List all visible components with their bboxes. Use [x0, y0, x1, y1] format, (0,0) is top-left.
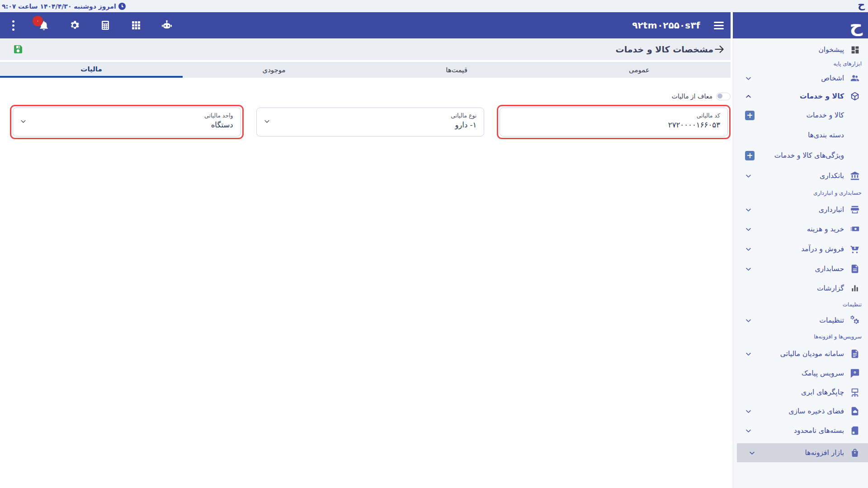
save-button[interactable]: [13, 44, 24, 55]
app-bar: ۹۲tm۰۲۵۵۰s۳f ۰: [0, 12, 868, 38]
people-icon: [850, 73, 860, 83]
chevron-down-icon[interactable]: [745, 427, 752, 434]
chevron-down-icon[interactable]: [745, 226, 752, 233]
tax-type-wrap: نوع مالیاتی ۱- دارو: [254, 105, 487, 139]
app-bar-divider: [731, 12, 733, 38]
today-datetime-text: امروز دوشنبه ۱۴۰۴/۴/۳۰ ساعت ۹:۰۷: [2, 3, 116, 10]
sidebar-subitem-categories[interactable]: دسته بندی‌ها: [733, 125, 868, 145]
chevron-down-icon[interactable]: [745, 351, 752, 357]
settings-gear-icon[interactable]: [68, 18, 81, 33]
main-area: مشخصات کالا و خدمات عمومی قیمت‌ها موجودی…: [0, 38, 731, 488]
tax-exempt-toggle[interactable]: [716, 93, 731, 100]
tax-code-label: کد مالیاتی: [507, 112, 720, 119]
shopping-bag-icon: [850, 448, 860, 458]
sidebar-item-purchases-expenses[interactable]: خرید و هزینه: [733, 219, 868, 239]
sidebar-section-basic-tools: ابزارهای پایه: [733, 58, 868, 69]
chevron-down-icon[interactable]: [745, 75, 752, 82]
tab-bar: عمومی قیمت‌ها موجودی مالیات: [0, 62, 731, 78]
cloud-printer-icon: [850, 387, 860, 397]
tax-unit-value: دستگاه: [33, 121, 233, 129]
tax-exempt-label: معاف از مالیات: [672, 93, 712, 100]
sidebar-item-storage-space[interactable]: فضای ذخیره سازی: [733, 402, 868, 421]
tax-unit-label: واحد مالیاتی: [33, 112, 233, 119]
chevron-down-icon[interactable]: [745, 317, 752, 324]
storage-file-icon: [850, 406, 860, 416]
chevron-up-icon[interactable]: [745, 93, 752, 100]
package-icon: [850, 426, 860, 436]
highlight-ring-tax-unit: واحد مالیاتی دستگاه: [10, 105, 244, 139]
device-id-text: ۹۲tm۰۲۵۵۰s۳f: [632, 20, 700, 31]
tax-exempt-row: معاف از مالیات: [14, 91, 731, 101]
today-datetime: امروز دوشنبه ۱۴۰۴/۴/۳۰ ساعت ۹:۰۷: [2, 0, 126, 12]
hamburger-menu-icon[interactable]: [714, 22, 724, 29]
chevron-down-icon[interactable]: [745, 408, 752, 415]
sidebar-section-accounting-inventory: حسابداری و انبارداری: [733, 186, 868, 200]
tab-tax[interactable]: مالیات: [0, 62, 183, 78]
ledger-icon: [850, 264, 860, 274]
chevron-down-icon: [264, 118, 270, 127]
sidebar-item-goods-services[interactable]: کالا و خدمات: [733, 87, 868, 105]
sidebar-item-reports[interactable]: گزارشات: [733, 279, 868, 298]
support-bot-icon[interactable]: [160, 18, 174, 33]
tab-prices[interactable]: قیمت‌ها: [365, 62, 548, 78]
chevron-down-icon[interactable]: [745, 246, 752, 253]
tax-type-select[interactable]: نوع مالیاتی ۱- دارو: [256, 108, 485, 136]
gears-icon: [850, 315, 860, 325]
chevron-down-icon[interactable]: [745, 266, 752, 272]
clock-icon: [118, 3, 126, 10]
document-icon: [850, 349, 860, 359]
back-arrow-icon[interactable]: [713, 43, 725, 55]
tax-code-value: ۲۷۲۰۰۰۰۱۶۶۰۵۳: [507, 121, 720, 129]
sidebar-item-accounting[interactable]: حسابداری: [733, 259, 868, 279]
calculator-icon[interactable]: [99, 18, 112, 33]
highlight-ring-tax-code: کد مالیاتی ۲۷۲۰۰۰۰۱۶۶۰۵۳: [497, 105, 731, 139]
cube-icon: [850, 91, 860, 101]
sidebar-item-tax-payer-system[interactable]: سامانه مودیان مالیاتی: [733, 344, 868, 364]
brand-logo: ح: [849, 12, 863, 38]
apps-grid-icon[interactable]: [129, 18, 143, 33]
sidebar-section-services-addons: سرویس‌ها و افزونه‌ها: [733, 329, 868, 344]
sidebar: پیشخوان ابزارهای پایه اشخاص کالا و خدمات…: [733, 38, 868, 488]
tab-inventory[interactable]: موجودی: [183, 62, 365, 78]
app-bar-icons: ۰: [6, 12, 174, 38]
tax-unit-select[interactable]: واحد مالیاتی دستگاه: [13, 108, 241, 136]
cart-icon: [850, 244, 860, 254]
chevron-down-icon[interactable]: [749, 450, 755, 456]
tax-code-input[interactable]: کد مالیاتی ۲۷۲۰۰۰۰۱۶۶۰۵۳: [500, 108, 728, 136]
chevron-down-icon[interactable]: [745, 173, 752, 179]
sidebar-item-sms-service[interactable]: سرویس پیامک: [733, 364, 868, 383]
sidebar-item-unlimited-packages[interactable]: بسته‌های نامحدود: [733, 421, 868, 441]
sidebar-item-dashboard[interactable]: پیشخوان: [733, 41, 868, 58]
bar-chart-icon: [850, 283, 860, 293]
cash-icon: [850, 224, 860, 234]
sidebar-item-persons[interactable]: اشخاص: [733, 69, 868, 87]
kebab-menu-icon[interactable]: [6, 18, 20, 33]
tax-type-label: نوع مالیاتی: [277, 112, 477, 119]
tax-type-value: ۱- دارو: [277, 121, 477, 129]
tab-general[interactable]: عمومی: [548, 62, 731, 78]
add-attribute-button[interactable]: [745, 151, 755, 160]
dashboard-icon: [850, 45, 860, 55]
sidebar-item-sales-income[interactable]: فروش و درآمد: [733, 239, 868, 259]
page-header: مشخصات کالا و خدمات: [0, 38, 731, 60]
sms-icon: [850, 368, 860, 378]
page-title: مشخصات کالا و خدمات: [616, 44, 713, 54]
brand-logo-small: ح: [858, 0, 865, 10]
chevron-down-icon[interactable]: [745, 206, 752, 213]
tax-tab-content: معاف از مالیات کد مالیاتی ۲۷۲۰۰۰۰۱۶۶۰۵۳ …: [0, 78, 731, 139]
notifications-bell-icon[interactable]: ۰: [37, 18, 51, 33]
sidebar-subitem-goods-services[interactable]: کالا و خدمات: [733, 105, 868, 125]
tax-fields-row: کد مالیاتی ۲۷۲۰۰۰۰۱۶۶۰۵۳ نوع مالیاتی ۱- …: [10, 105, 731, 139]
bank-icon: [850, 171, 860, 181]
add-goods-button[interactable]: [745, 111, 755, 120]
sidebar-item-cloud-printers[interactable]: چاپگرهای ابری: [733, 383, 868, 402]
sidebar-item-settings[interactable]: تنظیمات: [733, 311, 868, 329]
sidebar-section-settings: تنظیمات: [733, 298, 868, 311]
notification-badge: ۰: [33, 16, 43, 26]
sidebar-subitem-goods-attributes[interactable]: ویژگی‌های کالا و خدمات: [733, 145, 868, 166]
sidebar-item-warehousing[interactable]: انبارداری: [733, 200, 868, 219]
sidebar-item-banking[interactable]: بانکداری: [733, 166, 868, 186]
sidebar-item-addons-market[interactable]: بازار افزونه‌ها: [737, 443, 868, 462]
chevron-down-icon: [20, 118, 27, 127]
top-status-strip: امروز دوشنبه ۱۴۰۴/۴/۳۰ ساعت ۹:۰۷ ح: [0, 0, 868, 12]
